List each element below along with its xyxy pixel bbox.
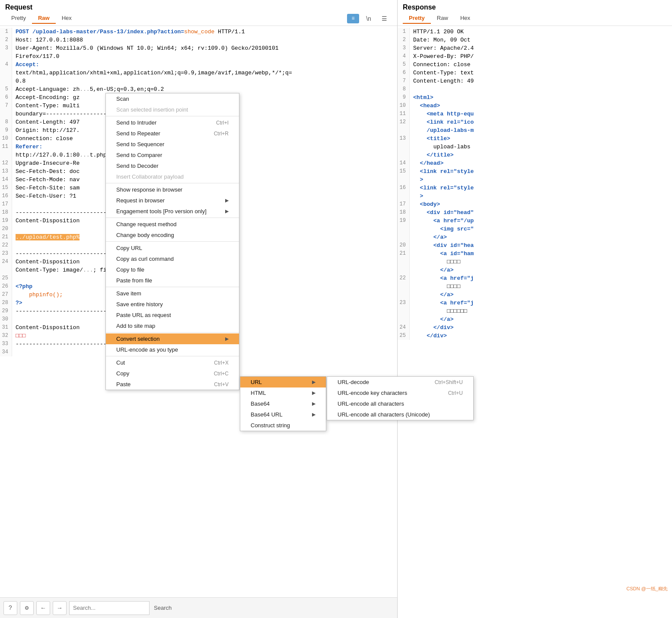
code-line: 12 <link rel="ico [398, 118, 672, 126]
code-line: /upload-labs-m [398, 126, 672, 134]
watermark: CSDN @一纸_糊先 [626, 586, 668, 592]
code-line: 11 <meta http-equ [398, 110, 672, 118]
code-line: </a> [398, 291, 672, 299]
menu-item-request-browser[interactable]: Request in browser ▶ [106, 195, 239, 206]
code-line: 15 <link rel="style [398, 167, 672, 176]
menu-item-paste[interactable]: Paste Ctrl+V [106, 379, 239, 390]
code-line: □□□□ [398, 282, 672, 291]
code-line: 3 Server: Apache/2.4 [398, 44, 672, 52]
submenu-base64url-item[interactable]: Base64 URL ▶ [240, 409, 326, 420]
submenu-base64-item[interactable]: Base64 ▶ [240, 398, 326, 409]
submenu-url-encode-all[interactable]: URL-encode all characters [327, 398, 473, 409]
code-line: 8 [398, 85, 672, 93]
code-line: 5 Connection: close [398, 61, 672, 69]
menu-icon[interactable]: ☰ [378, 14, 390, 23]
menu-item-save-item[interactable]: Save item [106, 288, 239, 299]
code-line: 16 <link rel="style [398, 184, 672, 192]
context-menu: Scan Scan selected insertion point Send … [105, 93, 239, 390]
menu-item-paste-url-request[interactable]: Paste URL as request [106, 310, 239, 320]
menu-item-send-repeater[interactable]: Send to Repeater Ctrl+R [106, 128, 239, 139]
search-label: Search [154, 605, 172, 611]
code-line: text/html,application/xhtml+xml,applicat… [0, 69, 397, 77]
code-line: 17 <body> [398, 200, 672, 208]
tab-pretty-req[interactable]: Pretty [5, 13, 32, 24]
code-line: 10 <head> [398, 102, 672, 110]
response-tab-bar: Pretty Raw Hex [403, 13, 667, 24]
submenu-construct-item[interactable]: Construct string [240, 420, 326, 431]
code-line: </a> [398, 233, 672, 241]
menu-item-send-comparer[interactable]: Send to Comparer [106, 150, 239, 160]
tab-pretty-resp[interactable]: Pretty [403, 13, 431, 24]
code-line: upload-labs [398, 143, 672, 151]
code-line: □□□□ [398, 258, 672, 266]
code-line: 6 Content-Type: text [398, 69, 672, 77]
menu-item-change-encoding[interactable]: Change body encoding [106, 230, 239, 240]
code-line: 18 <div id="head" [398, 208, 672, 217]
submenu-url-encode-key[interactable]: URL-encode key characters Ctrl+U [327, 387, 473, 398]
code-line: 22 <a href="j [398, 274, 672, 282]
menu-item-copy[interactable]: Copy Ctrl+C [106, 368, 239, 379]
submenu-url-decode[interactable]: URL-decode Ctrl+Shift+U [327, 377, 473, 387]
tab-hex-resp[interactable]: Hex [454, 13, 476, 24]
submenu-url-encode-unicode[interactable]: URL-encode all characters (Unicode) [327, 409, 473, 420]
menu-item-url-encode-type[interactable]: URL-encode as you type [106, 344, 239, 355]
code-line: 23 <a href="j [398, 299, 672, 307]
code-line: 14 </head> [398, 159, 672, 167]
menu-item-send-sequencer[interactable]: Send to Sequencer [106, 139, 239, 150]
code-line: </title> [398, 151, 672, 159]
code-line: 13 <title> [398, 134, 672, 143]
code-line: 25 </div> [398, 332, 672, 340]
menu-divider [106, 183, 239, 183]
menu-item-add-sitemap[interactable]: Add to site map [106, 320, 239, 331]
newline-icon[interactable]: \n [363, 14, 375, 23]
menu-item-convert-selection[interactable]: Convert selection ▶ [106, 333, 239, 344]
menu-item-copy-file[interactable]: Copy to file [106, 264, 239, 275]
menu-item-send-intruder[interactable]: Send to Intruder Ctrl+I [106, 117, 239, 128]
menu-divider [106, 332, 239, 333]
menu-item-engagement-tools[interactable]: Engagement tools [Pro version only] ▶ [106, 206, 239, 217]
search-input[interactable] [69, 601, 150, 615]
settings-button[interactable]: ⚙ [20, 601, 34, 615]
code-line: </a> [398, 315, 672, 323]
code-line: 9 <html> [398, 93, 672, 102]
tab-raw-req[interactable]: Raw [32, 13, 56, 24]
menu-item-scan[interactable]: Scan [106, 93, 239, 104]
request-title: Request [5, 3, 392, 11]
forward-button[interactable]: → [53, 601, 67, 615]
submenu-url: URL ▶ HTML ▶ Base64 ▶ Base64 URL ▶ Const… [240, 376, 326, 431]
code-line: 24 </div> [398, 323, 672, 332]
menu-item-collaborator: Insert Collaborator payload [106, 171, 239, 182]
code-line: 1 POST /upload-labs-master/Pass-13/index… [0, 28, 397, 36]
menu-item-copy-curl[interactable]: Copy as curl command [106, 253, 239, 264]
request-panel: Request Pretty Raw Hex ≡ \n ☰ 1 POST /up… [0, 0, 398, 618]
menu-item-paste-file[interactable]: Paste from file [106, 275, 239, 286]
response-title: Response [403, 3, 667, 11]
submenu-html-item[interactable]: HTML ▶ [240, 387, 326, 398]
menu-divider [106, 241, 239, 242]
menu-divider [106, 218, 239, 218]
code-line: 20 <div id="hea [398, 241, 672, 250]
code-line: Firefox/117.0 [0, 52, 397, 61]
tab-raw-resp[interactable]: Raw [431, 13, 454, 24]
code-line: 0.8 [0, 77, 397, 85]
help-button[interactable]: ? [3, 601, 17, 615]
tab-hex-req[interactable]: Hex [56, 13, 78, 24]
code-line: <img src=" [398, 225, 672, 233]
menu-item-show-browser[interactable]: Show response in browser [106, 184, 239, 195]
code-line: 4 Accept: [0, 61, 397, 69]
menu-item-cut[interactable]: Cut Ctrl+X [106, 357, 239, 368]
response-header: Response Pretty Raw Hex [398, 0, 672, 26]
menu-item-change-method[interactable]: Change request method [106, 219, 239, 230]
menu-divider [106, 287, 239, 287]
menu-item-save-history[interactable]: Save entire history [106, 299, 239, 310]
back-button[interactable]: ← [36, 601, 50, 615]
code-line: 2 Date: Mon, 09 Oct [398, 36, 672, 44]
format-icon[interactable]: ≡ [347, 14, 359, 23]
code-line: > [398, 176, 672, 184]
code-line: > [398, 192, 672, 200]
submenu-url-item[interactable]: URL ▶ [240, 377, 326, 387]
menu-item-copy-url[interactable]: Copy URL [106, 243, 239, 253]
menu-item-send-decoder[interactable]: Send to Decoder [106, 160, 239, 171]
request-toolbar: ? ⚙ ← → Search [0, 597, 397, 618]
code-line: 19 <a href="/up [398, 217, 672, 225]
